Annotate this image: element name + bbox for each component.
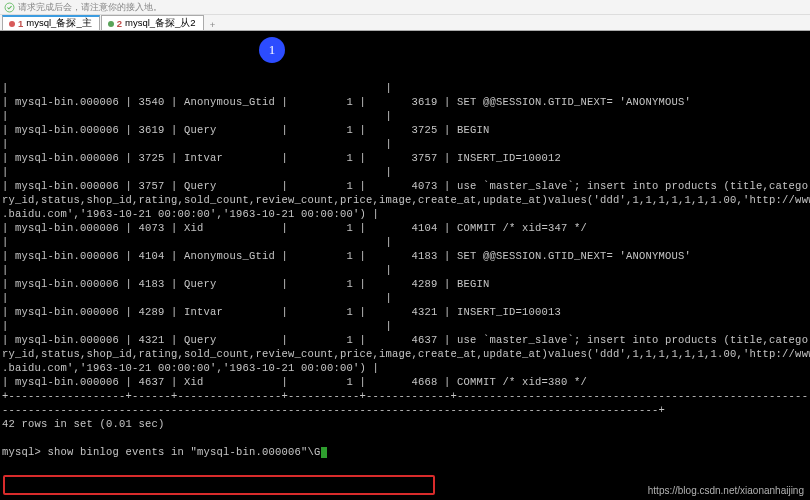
tab-label: mysql_备探_从2 — [125, 17, 196, 30]
prompt: mysql> — [2, 446, 48, 458]
new-tab-button[interactable]: + — [205, 19, 221, 30]
tab-label: mysql_备探_主 — [26, 17, 91, 30]
window-titlebar: 请求完成后会，请注意你的接入地。 — [0, 0, 810, 15]
dot-icon — [108, 21, 114, 27]
dot-icon — [9, 21, 15, 27]
badge-number: 1 — [269, 43, 276, 57]
annotation-badge: 1 — [259, 37, 285, 63]
tab-bar: 1 mysql_备探_主 2 mysql_备探_从2 + — [0, 15, 810, 31]
tab-mysql-master[interactable]: 1 mysql_备探_主 — [2, 15, 100, 30]
tab-index: 1 — [18, 18, 23, 29]
tab-mysql-slave2[interactable]: 2 mysql_备探_从2 — [101, 15, 204, 30]
tab-index: 2 — [117, 18, 122, 29]
command-text: show binlog events in "mysql-bin.000006"… — [48, 446, 321, 458]
terminal-output[interactable]: 1 | | | mysql-bin.000006 | 3540 | Anonym… — [0, 31, 810, 500]
highlight-box — [3, 475, 435, 495]
command-line[interactable]: mysql> show binlog events in "mysql-bin.… — [2, 445, 804, 459]
watermark-text: https://blog.csdn.net/xiaonanhaijing — [648, 485, 804, 496]
check-icon — [3, 1, 15, 13]
cursor-block — [321, 447, 327, 458]
titlebar-text: 请求完成后会，请注意你的接入地。 — [18, 1, 162, 14]
binlog-table: | | | mysql-bin.000006 | 3540 | Anonymou… — [2, 81, 804, 445]
